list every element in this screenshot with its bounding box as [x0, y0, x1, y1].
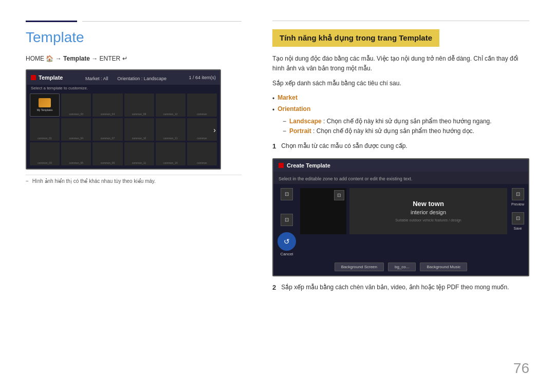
- nav-arrow1: →: [55, 55, 62, 62]
- top-divider: [26, 21, 242, 22]
- home-icon: 🏠: [46, 55, 55, 62]
- screen-title: Template: [39, 74, 63, 81]
- landscape-text: : Chọn chế độ này khi sử dụng sản phẩm t…: [323, 118, 492, 125]
- bg-screen-button[interactable]: Background Screen: [335, 263, 384, 271]
- create-template-mockup: Create Template Select in the editable z…: [272, 158, 529, 276]
- desc2: Sắp xếp danh sách mẫu bằng các tiêu chí …: [272, 79, 529, 88]
- ct-header-sub: Select in the editable zone to add conte…: [279, 176, 412, 181]
- bullet-list: • Market • Orientation − Landscape : Chọ…: [272, 94, 529, 136]
- ct-red-square-icon: [279, 163, 284, 168]
- page-title: Template: [26, 29, 242, 46]
- item-count: 1 / 64 item(s): [189, 75, 216, 80]
- ct-body: ⊡ ⊡ ↺ Cancel ⊡: [273, 184, 528, 260]
- sub-list: − Landscape : Chọn chế độ này khi sử dụn…: [283, 117, 529, 136]
- template-item[interactable]: common_11: [124, 142, 154, 165]
- footnote-text: Hình ảnh hiển thị có thể khác nhau tùy t…: [32, 178, 156, 184]
- orientation-label: Orientation : Landscape: [117, 76, 166, 81]
- preview-label: Preview: [511, 202, 524, 206]
- cancel-icon: ↺: [284, 237, 290, 246]
- template-item[interactable]: common_11: [156, 118, 186, 141]
- save-label: Save: [514, 227, 522, 230]
- portrait-label: Portrait: [289, 127, 311, 135]
- template-item[interactable]: common: [187, 94, 217, 117]
- landscape-label: Landscape: [289, 118, 322, 125]
- template-screen-wrapper: Template Market : All Orientation : Land…: [26, 69, 242, 184]
- ct-main-area: ⊡ New town interior design Suitable outd…: [300, 188, 507, 234]
- template-item[interactable]: common_06: [92, 142, 122, 165]
- step1-num: 1: [272, 141, 276, 152]
- template-item[interactable]: common_07: [92, 118, 122, 141]
- cancel-button[interactable]: ↺: [278, 232, 296, 251]
- page-number: 76: [513, 360, 529, 377]
- screen-sub: Select a template to customize.: [27, 85, 220, 91]
- sub-item-landscape: − Landscape : Chọn chế độ này khi sử dụn…: [283, 117, 529, 126]
- bullet-item-orientation: • Orientation: [272, 105, 529, 115]
- breadcrumb: HOME 🏠 → Template → ENTER ↵: [26, 55, 242, 62]
- enter-icon: ↵: [122, 55, 127, 62]
- right-column: Tính năng khả dụng trong trang Template …: [262, 21, 529, 371]
- ct-left-panel: ⊡ ⊡ ↺ Cancel: [278, 188, 296, 256]
- save-icon[interactable]: ⊡: [512, 212, 524, 225]
- town-text: New town: [413, 200, 444, 208]
- template-item[interactable]: common_12: [156, 94, 186, 117]
- template-item[interactable]: common_09: [124, 94, 154, 117]
- orientation-label-bold: Orientation: [278, 105, 310, 113]
- footnote: − Hình ảnh hiển thị có thể khác nhau tùy…: [26, 175, 242, 184]
- desc1: Tạo nội dung độc đáo bằng các mẫu. Việc …: [272, 54, 529, 73]
- template-item[interactable]: common: [187, 142, 217, 165]
- top-divider-right: [272, 21, 529, 21]
- ct-center-panel: New town interior design Suitable outdoo…: [349, 188, 507, 234]
- template-item[interactable]: common_14: [156, 142, 186, 165]
- small-text: Suitable outdoor vehicle features / desi…: [395, 218, 461, 222]
- portrait-text: : Chọn chế độ này khi sử dụng sản phẩm t…: [313, 127, 474, 135]
- template-item[interactable]: common_03: [61, 94, 91, 117]
- ct-header-title: Create Template: [287, 162, 330, 169]
- template-nav-label: Template: [63, 55, 90, 62]
- step2-text: Sắp xếp mẫu bằng cách chèn văn bản, vide…: [281, 283, 509, 292]
- screen-header: Template Market : All Orientation : Land…: [27, 70, 220, 85]
- interior-text: interior design: [411, 209, 446, 215]
- nav-arrow2: →: [91, 55, 98, 62]
- ct-icon-bottom[interactable]: ⊡: [281, 214, 293, 226]
- enter-label: ENTER: [100, 55, 121, 62]
- section-title-box: Tính năng khả dụng trong trang Template: [272, 29, 439, 47]
- template-item[interactable]: common: [187, 118, 217, 141]
- next-arrow-icon[interactable]: ›: [213, 126, 216, 134]
- sub-item-portrait: − Portrait : Chọn chế độ này khi sử dụng…: [283, 126, 529, 136]
- template-screen-mockup: Template Market : All Orientation : Land…: [26, 69, 221, 170]
- bullet-item-market: • Market: [272, 94, 529, 103]
- template-item[interactable]: common_03: [30, 142, 60, 165]
- left-column: Template HOME 🏠 → Template → ENTER ↵ Tem…: [26, 21, 262, 371]
- template-item[interactable]: common_04: [92, 94, 122, 117]
- market-label-bold: Market: [278, 94, 298, 101]
- step2: 2 Sắp xếp mẫu bằng cách chèn văn bản, vi…: [272, 283, 529, 293]
- market-label: Market : All: [85, 76, 108, 81]
- ct-panel-left: ⊡: [300, 188, 346, 234]
- section-title: Tính năng khả dụng trong trang Template: [280, 33, 432, 42]
- ct-panel-left-icon[interactable]: ⊡: [334, 190, 344, 200]
- step1: 1 Chọn mẫu từ các mẫu có sẵn được cung c…: [272, 141, 529, 152]
- cancel-label: Cancel: [278, 252, 296, 256]
- step1-text: Chọn mẫu từ các mẫu có sẵn được cung cấp…: [281, 141, 407, 151]
- ct-icon-top[interactable]: ⊡: [281, 188, 293, 200]
- ct-right-panel: ⊡ Preview ⊡ Save: [511, 188, 524, 230]
- template-item[interactable]: common_05: [61, 142, 91, 165]
- preview-icon[interactable]: ⊡: [512, 188, 524, 200]
- screen-header-left: Template: [31, 74, 63, 81]
- bg-music-button[interactable]: Background Music: [420, 263, 467, 271]
- home-label: HOME: [26, 55, 44, 62]
- my-templates-item[interactable]: My Templates: [30, 94, 60, 117]
- ct-footer: Background Screen bg_co... Background Mu…: [273, 260, 528, 275]
- red-square-icon: [31, 75, 36, 80]
- template-item[interactable]: common_01: [30, 118, 60, 141]
- folder-icon: [39, 98, 51, 107]
- step2-num: 2: [272, 283, 276, 293]
- bg-co-button[interactable]: bg_co...: [388, 263, 416, 271]
- my-templates-label: My Templates: [37, 108, 53, 111]
- template-item[interactable]: common_10: [124, 118, 154, 141]
- ct-header: Create Template: [273, 159, 528, 172]
- template-item[interactable]: common_04: [61, 118, 91, 141]
